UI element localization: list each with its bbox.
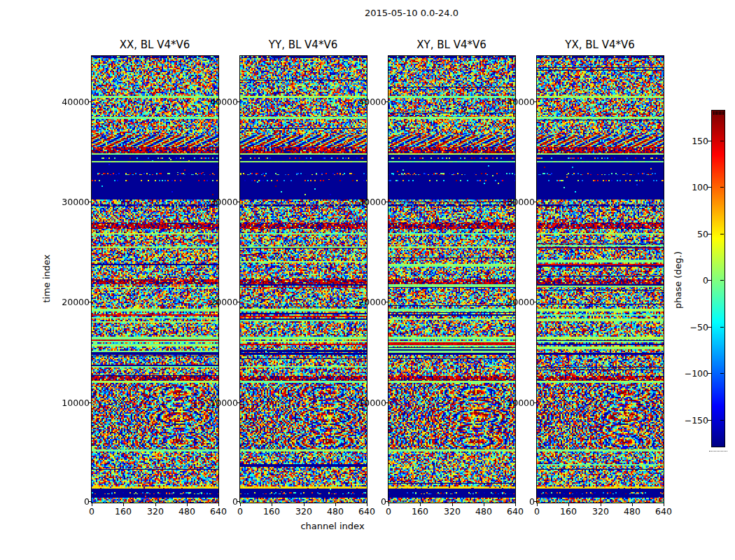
x-tick-mark (123, 503, 124, 506)
y-tick-label: 0 (358, 496, 386, 507)
x-tick-mark (568, 503, 569, 506)
x-tick-label: 480 (624, 506, 640, 517)
colorbar-tick-dash (720, 234, 724, 234)
colorbar-top-hatch (719, 111, 720, 115)
x-tick-mark (155, 503, 156, 506)
figure-title: 2015-05-10 0.0-24.0 (365, 8, 458, 18)
x-tick-label: 480 (475, 506, 492, 517)
x-tick-label: 0 (237, 506, 243, 517)
colorbar-tick-label: 150 (678, 136, 708, 146)
panel-title-yx: YX, BL V4*V6 (565, 38, 635, 51)
x-tick-mark (632, 503, 633, 506)
x-tick-label: 0 (534, 506, 540, 517)
colorbar-tick-label: −100 (678, 368, 708, 379)
x-tick-label: 320 (295, 506, 312, 517)
x-tick-label: 640 (655, 506, 672, 517)
x-tick-mark (187, 503, 188, 506)
colorbar-tick-label: −50 (678, 322, 708, 332)
colorbar-tick-dash (720, 280, 724, 281)
colorbar-top-hatch (718, 111, 718, 115)
y-tick-label: 30000 (507, 197, 535, 207)
x-tick-label: 160 (560, 506, 577, 517)
colorbar-tick-label: 100 (678, 182, 708, 192)
x-tick-mark (420, 503, 421, 506)
x-axis-label: channel index (300, 521, 364, 531)
colorbar-bottom-dots (709, 451, 727, 451)
x-tick-label: 480 (327, 506, 344, 517)
x-tick-mark (335, 503, 336, 506)
y-tick-label: 40000 (62, 97, 90, 107)
colorbar-top-hatch (713, 111, 714, 115)
colorbar-tick-dash (720, 187, 724, 188)
y-tick-label: 10000 (62, 398, 90, 408)
y-tick-label: 20000 (507, 297, 535, 307)
panel-title-xy: XY, BL V4*V6 (416, 38, 486, 51)
colorbar-tick-dash (720, 141, 724, 141)
y-tick-label: 30000 (62, 197, 90, 207)
y-tick-label: 10000 (358, 398, 386, 408)
colorbar-tick-mark (708, 420, 712, 421)
colorbar-tick-mark (708, 327, 712, 328)
x-tick-label: 480 (178, 506, 195, 517)
x-tick-mark (452, 503, 453, 506)
x-tick-mark (664, 503, 664, 506)
y-axis-label: time index (41, 254, 52, 302)
y-tick-label: 40000 (358, 97, 386, 107)
y-tick-label: 20000 (358, 297, 386, 307)
colorbar-top-hatch (723, 111, 724, 115)
x-tick-mark (388, 503, 389, 506)
y-tick-label: 40000 (210, 97, 238, 107)
x-tick-label: 160 (115, 506, 132, 517)
y-tick-label: 20000 (210, 297, 238, 307)
x-tick-mark (601, 503, 601, 506)
x-tick-label: 160 (412, 506, 428, 517)
colorbar-tick-mark (708, 373, 712, 374)
x-tick-label: 0 (386, 506, 391, 517)
heatmap-panel-yx (536, 55, 664, 503)
heatmap-panel-xx (91, 55, 219, 503)
x-tick-label: 640 (210, 506, 227, 517)
y-tick-label: 30000 (210, 197, 238, 207)
y-tick-label: 40000 (507, 97, 535, 107)
y-tick-label: 30000 (358, 197, 386, 207)
colorbar-tick-label: 50 (678, 229, 708, 239)
heatmap-panel-yy (239, 55, 368, 503)
y-tick-label: 0 (62, 496, 90, 507)
heatmap-panel-xy (388, 55, 516, 503)
colorbar-top-hatch (720, 111, 721, 115)
colorbar-tick-label: −150 (678, 415, 708, 426)
colorbar-top-hatch (715, 111, 715, 115)
x-tick-label: 320 (592, 506, 609, 517)
x-tick-mark (304, 503, 304, 506)
colorbar (711, 110, 725, 447)
x-tick-mark (537, 503, 538, 506)
figure: 2015-05-10 0.0-24.0 XX, BL V4*V6 YY, BL … (0, 0, 735, 560)
x-tick-mark (272, 503, 272, 506)
colorbar-tick-dash (720, 420, 724, 421)
colorbar-tick-mark (708, 141, 712, 141)
colorbar-top-hatch (722, 111, 722, 115)
y-tick-label: 10000 (507, 398, 535, 408)
x-tick-label: 320 (444, 506, 461, 517)
y-tick-label: 20000 (62, 297, 90, 307)
x-tick-mark (92, 503, 92, 506)
colorbar-tick-mark (708, 187, 712, 188)
x-tick-mark (240, 503, 241, 506)
colorbar-tick-mark (708, 280, 712, 281)
x-tick-label: 0 (89, 506, 94, 517)
colorbar-tick-mark (708, 234, 712, 234)
colorbar-tick-dash (720, 373, 724, 374)
y-tick-label: 0 (210, 496, 238, 507)
colorbar-top-hatch (716, 111, 717, 115)
x-tick-label: 160 (263, 506, 280, 517)
panel-title-xx: XX, BL V4*V6 (120, 38, 190, 51)
panel-title-yy: YY, BL V4*V6 (269, 38, 337, 51)
x-tick-label: 320 (147, 506, 164, 517)
colorbar-tick-label: 0 (678, 275, 708, 286)
x-tick-label: 640 (507, 506, 524, 517)
colorbar-tick-dash (720, 327, 724, 328)
x-tick-mark (484, 503, 484, 506)
y-tick-label: 0 (507, 496, 535, 507)
y-tick-label: 10000 (210, 398, 238, 408)
x-tick-label: 640 (358, 506, 375, 517)
